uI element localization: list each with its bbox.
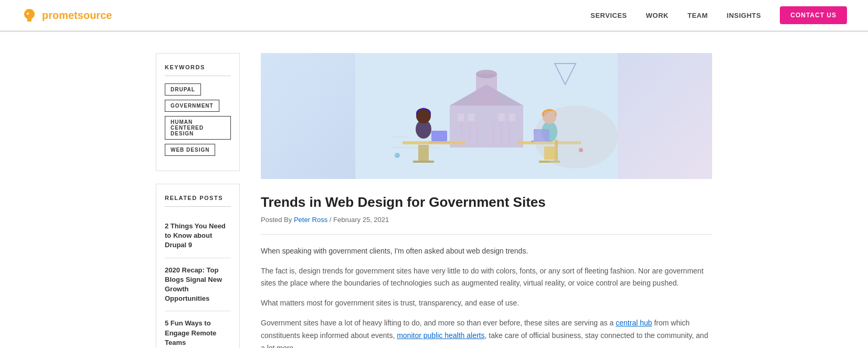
svg-rect-16 [507, 121, 510, 147]
keyword-tag-government[interactable]: GOVERNMENT [165, 100, 219, 112]
nav-services[interactable]: SERVICES [590, 12, 627, 19]
nav-work[interactable]: WORK [646, 12, 669, 19]
monitor-link[interactable]: monitor public health alerts [397, 331, 484, 340]
article-meta: Posted By Peter Ross / February 25, 2021 [261, 216, 712, 224]
related-post-link-3[interactable]: 5 Fun Ways to Engage Remote Teams [165, 319, 231, 347]
sidebar: KEYWORDS DRUPAL GOVERNMENT HUMAN CENTERE… [156, 53, 240, 348]
svg-point-0 [27, 13, 29, 15]
svg-rect-19 [431, 131, 447, 141]
svg-point-6 [476, 70, 497, 78]
contact-button[interactable]: CONTACT US [780, 6, 847, 24]
logo-text: prometsource [42, 9, 112, 22]
svg-rect-23 [413, 161, 434, 163]
author-link[interactable]: Peter Ross [294, 216, 327, 224]
article-para3: Government sites have a lot of heavy lif… [261, 317, 712, 348]
svg-point-35 [395, 153, 400, 158]
svg-rect-5 [476, 74, 497, 106]
article-para2: What matters most for government sites i… [261, 297, 712, 310]
site-header: prometsource SERVICES WORK TEAM INSIGHTS… [0, 0, 868, 32]
keywords-section: KEYWORDS DRUPAL GOVERNMENT HUMAN CENTERE… [156, 53, 240, 171]
keyword-tag-drupal[interactable]: DRUPAL [165, 83, 201, 96]
svg-rect-9 [499, 113, 505, 121]
svg-point-34 [534, 106, 618, 168]
article-divider [261, 234, 712, 235]
hero-image [261, 53, 712, 179]
central-hub-link[interactable]: central hub [616, 319, 652, 327]
related-posts-title: RELATED POSTS [165, 195, 231, 207]
keyword-tag-hcd[interactable]: HUMAN CENTERED DESIGN [165, 116, 231, 140]
related-post-3: 5 Fun Ways to Engage Remote Teams [165, 311, 231, 348]
keyword-tag-webdesign[interactable]: WEB DESIGN [165, 144, 215, 156]
logo[interactable]: prometsource [21, 7, 112, 24]
main-content: Trends in Web Design for Government Site… [261, 53, 712, 348]
article-title: Trends in Web Design for Government Site… [261, 194, 712, 212]
svg-rect-13 [476, 121, 479, 147]
article-para1: The fact is, design trends for governmen… [261, 265, 712, 290]
keywords-title: KEYWORDS [165, 64, 231, 76]
svg-rect-15 [500, 121, 502, 147]
svg-rect-21 [403, 141, 465, 144]
article-intro: When speaking with government clients, I… [261, 245, 712, 258]
related-post-2: 2020 Recap: Top Blogs Signal New Growth … [165, 258, 231, 312]
logo-icon [21, 7, 38, 24]
related-post-link-2[interactable]: 2020 Recap: Top Blogs Signal New Growth … [165, 266, 231, 304]
svg-rect-14 [492, 121, 494, 147]
page-content: KEYWORDS DRUPAL GOVERNMENT HUMAN CENTERE… [145, 32, 723, 348]
nav-team[interactable]: TEAM [687, 12, 708, 19]
svg-rect-10 [509, 113, 515, 121]
svg-point-36 [579, 148, 583, 152]
svg-rect-12 [468, 121, 471, 147]
svg-rect-7 [458, 113, 464, 121]
related-post-link-1[interactable]: 2 Things You Need to Know about Drupal 9 [165, 222, 231, 250]
related-post-1: 2 Things You Need to Know about Drupal 9 [165, 214, 231, 258]
main-nav: SERVICES WORK TEAM INSIGHTS CONTACT US [590, 6, 847, 24]
article-date: / February 25, 2021 [330, 216, 389, 224]
related-posts-section: RELATED POSTS 2 Things You Need to Know … [156, 184, 240, 348]
para3-prefix: Government sites have a lot of heavy lif… [261, 319, 616, 327]
svg-rect-8 [468, 113, 474, 121]
meta-prefix: Posted By [261, 216, 294, 224]
nav-insights[interactable]: INSIGHTS [727, 12, 761, 19]
